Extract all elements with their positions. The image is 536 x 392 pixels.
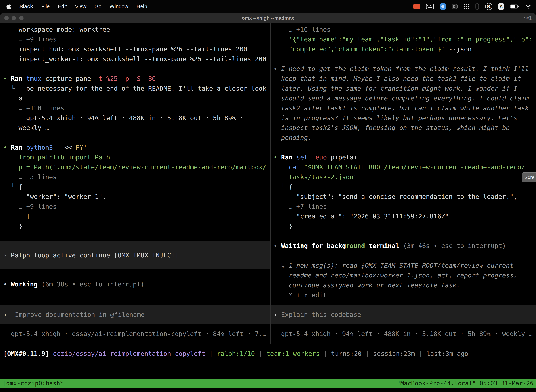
text-segment: • [273, 154, 281, 161]
terminal-line: inspect_hud: omx sparkshell --tmux-pane … [0, 44, 270, 54]
text-segment: Waiting for backg [281, 242, 346, 249]
keyboard-icon[interactable] [426, 4, 434, 9]
screen-edge-tooltip: Scre [522, 173, 536, 182]
text-segment: • [3, 75, 11, 82]
dark-app-icon[interactable] [452, 3, 458, 10]
terminal-line: › Ralph loop active continue [OMX_TMUX_I… [0, 250, 270, 260]
tmux-session-info: [omx-cczip0:bash* [2, 380, 64, 387]
terminal-line: task2 after task1 is complete, but can I… [271, 103, 536, 113]
terminal-line [0, 64, 270, 74]
terminal-line: is in progress? It seems likely but perh… [271, 113, 536, 123]
text-segment: Improve documentation in @filename [15, 311, 144, 318]
prompt-input-right[interactable]: › Explain this codebase [271, 305, 536, 324]
terminal-line: keep that in mind. Maybe I also need the… [271, 74, 536, 84]
recording-indicator-icon[interactable] [413, 4, 420, 9]
apps-grid-icon[interactable] [464, 4, 469, 9]
terminal-line: gpt-5.4 xhigh · 94% left · 488K in · 5.1… [271, 329, 536, 339]
omx-status-line: [OMX#0.11.9] cczip/essay/ai-reimplementa… [0, 349, 536, 359]
text-segment: ] [3, 213, 30, 220]
text-segment: • [273, 65, 281, 72]
terminal-line: continue assigned work or next feasible … [271, 280, 536, 290]
wifi-icon[interactable] [525, 4, 531, 9]
text-segment: "created_at": "2026-03-31T11:59:27.816Z" [273, 213, 449, 220]
terminal-line: } [0, 221, 270, 231]
left-pane-scrollback: workspace_mode: worktree … +9 lines insp… [0, 25, 270, 231]
text-segment: turns:20 [331, 350, 362, 357]
pane-left[interactable]: workspace_mode: worktree … +9 lines insp… [0, 23, 270, 344]
terminal-line: gpt-5.4 xhigh · 94% left · 488K in · 5.1… [0, 113, 270, 123]
terminal-line: └ { [0, 182, 270, 192]
text-segment: Ran [11, 75, 26, 82]
terminal-line: gpt-5.4 xhigh · essay/ai-reimplementatio… [0, 329, 270, 339]
text-segment: tmux [26, 75, 45, 82]
minimize-button[interactable] [12, 16, 16, 20]
text-segment: ralph:1/10 [217, 350, 255, 357]
menu-window[interactable]: Window [110, 4, 128, 9]
terminal-line [0, 133, 270, 143]
terminal-line: … +3 lines [0, 172, 270, 182]
blue-app-icon[interactable] [440, 3, 446, 10]
terminal-line: • Ran tmux capture-pane -t %25 -p -S -80 [0, 74, 270, 84]
terminal-line: workspace_mode: worktree [0, 25, 270, 34]
terminal-line: [OMX#0.11.9] cczip/essay/ai-reimplementa… [0, 349, 536, 359]
text-segment: gpt-5.4 xhigh · 94% left · 488K in · 5.1… [3, 114, 243, 121]
terminal-line: should send a message before completing … [271, 93, 536, 103]
text-segment: | [415, 350, 426, 357]
window-shortcut-hint: ⌥⌘1 [523, 15, 532, 21]
input-source-icon[interactable]: A [498, 3, 504, 10]
menu-app-name[interactable]: Slack [19, 4, 33, 9]
text-segment: … +9 lines [3, 36, 57, 43]
terminal-line: • Working (6m 38s • esc to interrupt) [0, 280, 270, 289]
text-segment: cczip/essay/ai-reimplementation-copyleft [53, 350, 206, 357]
apple-menu-icon[interactable] [6, 3, 11, 10]
terminal-line: • Ran python3 - <<'PY' [0, 143, 270, 152]
text-segment: inspect task2's JSON, focusing on the st… [273, 124, 510, 131]
text-segment: "subject": "send a concise recommendatio… [273, 193, 517, 200]
pane-right[interactable]: … +16 lines '{"team_name":"my-team","tas… [271, 23, 536, 344]
text-segment: from pathlib import Path [3, 154, 110, 161]
window-title: omx --xhigh --madmax [0, 15, 536, 21]
text-segment: cat [273, 163, 304, 171]
zoom-button[interactable] [19, 16, 24, 20]
terminal-line: … +7 lines [271, 202, 536, 211]
prompt-input-left[interactable]: › Improve documentation in @filename [0, 305, 270, 324]
text-segment: { [19, 183, 23, 190]
text-segment: terminal [365, 242, 399, 249]
tmux-host-time: "MacBook-Pro-44.local" 05:03 31-Mar-26 [397, 380, 534, 387]
close-button[interactable] [4, 16, 9, 20]
menu-go[interactable]: Go [94, 4, 101, 9]
menu-view[interactable]: View [75, 4, 86, 9]
text-segment: } [3, 223, 22, 230]
text-segment: { [289, 183, 293, 190]
text-segment: ⌥ + ↑ edit [273, 291, 327, 299]
terminal-line: "created_at": "2026-03-31T11:59:27.816Z" [271, 211, 536, 221]
left-session-footer: gpt-5.4 xhigh · essay/ai-reimplementatio… [0, 329, 270, 339]
menu-help[interactable]: Help [136, 4, 147, 9]
text-segment: I need to get the claim token from the c… [281, 65, 529, 72]
terminal-line: from pathlib import Path [0, 152, 270, 162]
terminal-line: "completed","claim_token":"claim-token"}… [271, 44, 536, 54]
ralph-inject-banner: › Ralph loop active continue [OMX_TMUX_I… [0, 241, 270, 269]
display-icon[interactable] [475, 3, 479, 10]
text-segment: | [362, 350, 373, 357]
text-segment: • [273, 242, 281, 249]
input-cursor [11, 312, 14, 318]
right-session-footer: gpt-5.4 xhigh · 94% left · 488K in · 5.1… [271, 329, 536, 339]
battery-icon[interactable] [510, 4, 519, 9]
text-segment: inspect_worker-1: omx sparkshell --tmux-… [3, 55, 266, 62]
terminal-line: └ be necessary for the end of the README… [0, 84, 270, 93]
text-segment: └ [3, 183, 19, 190]
menu-edit[interactable]: Edit [58, 4, 67, 9]
text-segment: set [296, 154, 312, 161]
text-segment: › [3, 311, 11, 318]
text-segment: └ [273, 183, 289, 190]
text-segment: -euo [312, 154, 330, 161]
text-segment: └ [3, 85, 26, 92]
menu-file[interactable]: File [41, 4, 50, 9]
terminal-line: … +16 lines [271, 25, 536, 34]
text-segment: team:1 workers [266, 350, 320, 357]
battery-percent-badge[interactable]: 61 [485, 3, 492, 10]
window-title-bar[interactable]: omx --xhigh --madmax ⌥⌘1 [0, 13, 536, 23]
text-segment: - << [57, 144, 72, 151]
terminal-line: ] [0, 211, 270, 221]
